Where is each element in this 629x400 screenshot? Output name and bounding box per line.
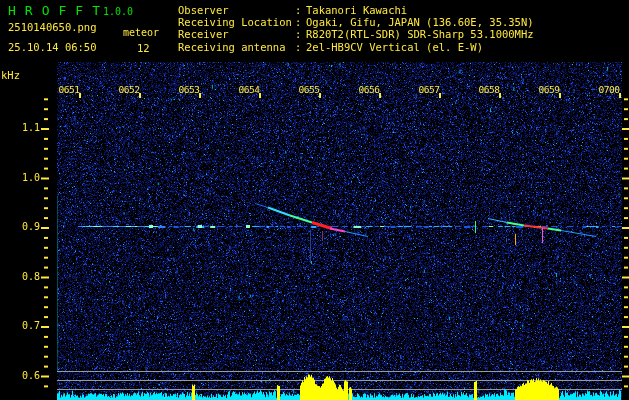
freq-label: 0.7 (0, 320, 40, 331)
info-separator: : (295, 41, 306, 53)
datetime-label: 25.10.14 06:50 (8, 41, 97, 53)
freq-unit-label: kHz (1, 69, 20, 81)
time-label: 0651 (57, 84, 81, 95)
time-label: 0659 (537, 84, 561, 95)
info-value: Takanori Kawachi (306, 4, 407, 16)
info-row-receiver: Receiver:R820T2(RTL-SDR) SDR-Sharp 53.10… (178, 28, 534, 40)
freq-label: 1.0 (0, 172, 40, 183)
info-separator: : (295, 16, 306, 28)
time-label: 0655 (297, 84, 321, 95)
info-row-observer: Observer:Takanori Kawachi (178, 4, 534, 16)
spectrogram-canvas (0, 0, 629, 400)
info-value: 2el-HB9CV Vertical (el. E-W) (306, 41, 483, 53)
app-version: 1.0.0 (103, 6, 133, 17)
info-value: Ogaki, Gifu, JAPAN (136.60E, 35.35N) (306, 16, 534, 28)
info-row-antenna: Receiving antenna:2el-HB9CV Vertical (el… (178, 41, 534, 53)
time-label: 0658 (477, 84, 501, 95)
time-label: 0652 (117, 84, 141, 95)
info-separator: : (295, 28, 306, 40)
station-info: Observer:Takanori Kawachi Receiving Loca… (178, 4, 534, 53)
info-value: R820T2(RTL-SDR) SDR-Sharp 53.1000MHz (306, 28, 534, 40)
time-label: 0653 (177, 84, 201, 95)
output-filename: 2510140650.png (8, 21, 97, 33)
freq-label: 0.6 (0, 370, 40, 381)
info-label: Receiver (178, 28, 295, 40)
time-label: 0656 (357, 84, 381, 95)
app-title: HROFFT (8, 3, 109, 18)
freq-label: 0.9 (0, 221, 40, 232)
time-label: 0654 (237, 84, 261, 95)
freq-label: 0.8 (0, 271, 40, 282)
time-label: 0700 (597, 84, 621, 95)
info-label: Receiving antenna (178, 41, 295, 53)
echo-count: 12 (137, 42, 150, 54)
mode-label: meteor (123, 27, 159, 38)
hrofft-window: HROFFT 1.0.0 2510140650.png meteor 25.10… (0, 0, 629, 400)
info-separator: : (295, 4, 306, 16)
info-row-location: Receiving Location:Ogaki, Gifu, JAPAN (1… (178, 16, 534, 28)
freq-label: 1.1 (0, 122, 40, 133)
time-label: 0657 (417, 84, 441, 95)
info-label: Receiving Location (178, 16, 295, 28)
info-label: Observer (178, 4, 295, 16)
